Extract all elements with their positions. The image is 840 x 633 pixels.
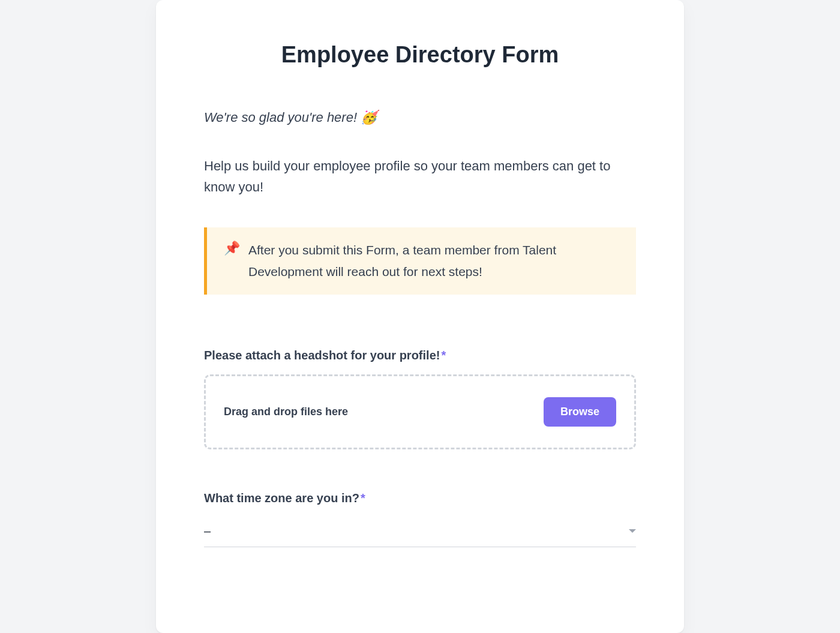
timezone-select[interactable]: – <box>204 517 636 547</box>
info-callout: 📌 After you submit this Form, a team mem… <box>204 227 636 294</box>
headshot-label: Please attach a headshot for your profil… <box>204 349 636 362</box>
page-background: Employee Directory Form We're so glad yo… <box>0 0 840 633</box>
intro-greeting: We're so glad you're here! 🥳 <box>204 110 636 125</box>
required-asterisk: * <box>361 491 365 505</box>
timezone-field: What time zone are you in?* – <box>204 491 636 547</box>
headshot-label-text: Please attach a headshot for your profil… <box>204 349 440 362</box>
pushpin-icon: 📌 <box>224 239 240 258</box>
browse-button[interactable]: Browse <box>544 397 616 427</box>
form-card: Employee Directory Form We're so glad yo… <box>156 0 684 633</box>
timezone-selected-value: – <box>204 524 211 538</box>
dropzone-text: Drag and drop files here <box>224 406 348 418</box>
form-title: Employee Directory Form <box>204 42 636 68</box>
file-dropzone[interactable]: Drag and drop files here Browse <box>204 374 636 449</box>
callout-text: After you submit this Form, a team membe… <box>248 239 619 282</box>
chevron-down-icon <box>629 529 636 533</box>
timezone-label-text: What time zone are you in? <box>204 491 359 505</box>
required-asterisk: * <box>441 349 446 362</box>
timezone-label: What time zone are you in?* <box>204 491 636 505</box>
headshot-field: Please attach a headshot for your profil… <box>204 349 636 449</box>
intro-text: Help us build your employee profile so y… <box>204 155 636 197</box>
